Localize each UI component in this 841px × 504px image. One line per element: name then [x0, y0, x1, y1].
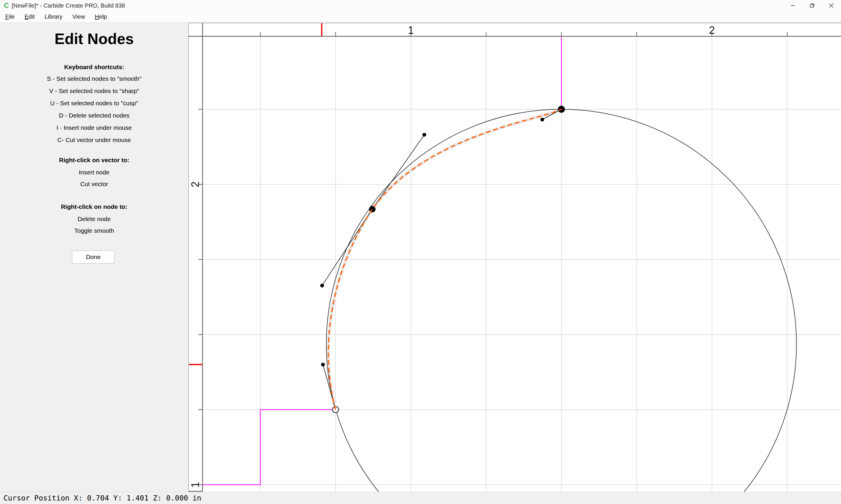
ruler-ticks [198, 32, 787, 485]
cursor-mark-y [189, 364, 202, 365]
control-point[interactable] [321, 363, 325, 367]
vector-action-cut-vector: Cut vector [0, 178, 188, 190]
close-button[interactable] [822, 0, 841, 11]
menu-bar: File Edit Library View Help [0, 11, 841, 23]
menu-help[interactable]: Help [90, 11, 112, 22]
ruler-left [188, 23, 203, 492]
done-button[interactable]: Done [72, 250, 115, 264]
control-point[interactable] [320, 284, 324, 288]
ruler-frame [188, 23, 841, 492]
status-bar: Cursor Position X: 0.704 Y: 1.401 Z: 0.0… [0, 492, 841, 504]
ruler-left-label-1: 1 [189, 482, 201, 488]
ruler-labels: 1 2 2 1 [189, 24, 715, 488]
app-logo-icon: C [3, 1, 10, 10]
cursor-mark-x [321, 23, 323, 36]
cursor-position-readout: Cursor Position X: 0.704 Y: 1.401 Z: 0.0… [3, 492, 201, 504]
title-bar: C [NewFile]* - Carbide Create PRO, Build… [0, 0, 841, 11]
ruler-left-label-2: 2 [189, 181, 201, 187]
edit-nodes-panel: Edit Nodes Keyboard shortcuts: S - Set s… [0, 23, 188, 492]
menu-view[interactable]: View [67, 11, 90, 22]
window-controls [783, 0, 841, 11]
shortcut-sharp: V - Set selected nodes to "sharp" [0, 85, 188, 97]
minimize-icon [790, 3, 795, 8]
control-point[interactable] [423, 133, 426, 137]
node-action-delete-node: Delete node [0, 213, 188, 225]
shortcut-delete: D - Delete selected nodes [0, 109, 188, 122]
magenta-path-segments[interactable] [203, 37, 562, 485]
window-title: [NewFile]* - Carbide Create PRO, Build 8… [12, 0, 125, 11]
app-window: C [NewFile]* - Carbide Create PRO, Build… [0, 0, 841, 504]
grid-lines [203, 37, 841, 492]
menu-library[interactable]: Library [40, 11, 67, 22]
vector-context-heading: Right-click on vector to: [0, 154, 188, 166]
ruler-top-label-1: 1 [408, 24, 414, 36]
control-point[interactable] [540, 118, 544, 122]
menu-edit[interactable]: Edit [20, 11, 39, 22]
ruler-top-label-2: 2 [709, 24, 715, 36]
restore-icon [810, 3, 814, 8]
vector-action-insert-node: Insert node [0, 166, 188, 179]
shortcut-smooth: S - Set selected nodes to "smooth" [0, 73, 188, 85]
node-context-heading: Right-click on node to: [0, 201, 188, 213]
shortcut-cusp: U - Set selected nodes to "cusp" [0, 97, 188, 109]
shortcut-cut: C- Cut vector under mouse [0, 134, 188, 146]
node-action-toggle-smooth: Toggle smooth [0, 224, 188, 237]
restore-button[interactable] [803, 0, 822, 11]
panel-title: Edit Nodes [0, 29, 188, 49]
minimize-button[interactable] [783, 0, 803, 11]
close-icon [829, 3, 834, 8]
design-canvas[interactable]: 1 2 2 1 [188, 23, 841, 492]
ruler-top [188, 23, 841, 36]
keyboard-shortcuts-heading: Keyboard shortcuts: [0, 61, 188, 73]
shortcut-insert: I - Insert node under mouse [0, 122, 188, 134]
menu-file[interactable]: File [0, 11, 20, 22]
